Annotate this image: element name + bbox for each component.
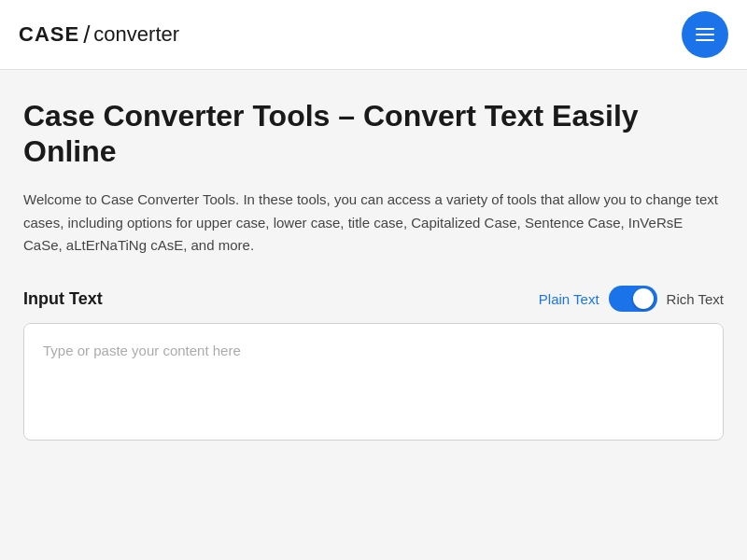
logo-slash-icon: /: [83, 21, 90, 49]
logo: CASE / converter: [19, 21, 179, 49]
menu-button[interactable]: [682, 11, 728, 58]
text-mode-toggle-row: Plain Text Rich Text: [539, 286, 724, 312]
header: CASE / converter: [0, 0, 747, 70]
input-label: Input Text: [23, 289, 103, 309]
text-mode-toggle[interactable]: [609, 286, 657, 312]
page-title: Case Converter Tools – Convert Text Easi…: [23, 98, 724, 170]
rich-text-label: Rich Text: [667, 291, 724, 307]
input-header: Input Text Plain Text Rich Text: [23, 286, 724, 323]
menu-icon-bar: [696, 28, 714, 30]
main-content: Case Converter Tools – Convert Text Easi…: [0, 70, 747, 459]
toggle-thumb: [633, 288, 654, 309]
page-description: Welcome to Case Converter Tools. In thes…: [23, 189, 724, 258]
text-input[interactable]: [24, 324, 723, 436]
plain-text-label: Plain Text: [539, 291, 599, 307]
logo-converter: converter: [93, 22, 179, 47]
logo-case: CASE: [19, 22, 79, 47]
input-section: [23, 323, 724, 441]
menu-icon-bar: [696, 39, 714, 41]
menu-icon-bar: [696, 34, 714, 35]
toggle-track: [609, 286, 657, 312]
